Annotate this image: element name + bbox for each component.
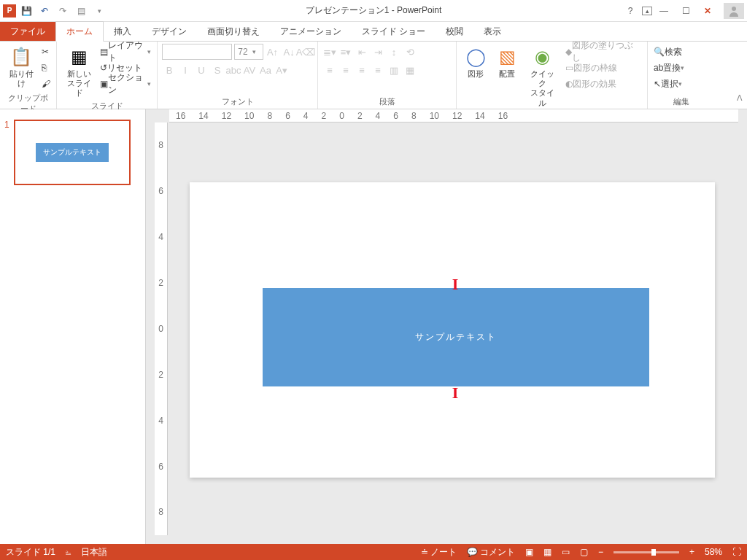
sorter-view-icon[interactable]: ▦ xyxy=(543,547,551,557)
shape-text: サンプルテキスト xyxy=(415,331,497,343)
slide-edit-area[interactable]: 1614121086420246810121416 864202468 I サン… xyxy=(146,109,747,544)
undo-icon[interactable]: ↶ xyxy=(36,3,53,19)
copy-icon: ⎘ xyxy=(42,63,47,73)
strike-button[interactable]: abc xyxy=(226,62,241,78)
font-name-input[interactable] xyxy=(162,44,232,60)
reading-view-icon[interactable]: ▭ xyxy=(562,547,570,557)
shape-outline-button[interactable]: ▭ 図形の枠線 xyxy=(564,60,643,76)
increase-indent-button[interactable]: ⇥ xyxy=(371,44,385,60)
replace-button[interactable]: ab 置換 ▾ xyxy=(652,60,711,76)
shadow-button[interactable]: S xyxy=(210,62,225,78)
save-icon[interactable]: 💾 xyxy=(18,3,34,19)
select-icon: ↖ xyxy=(654,79,661,89)
decrease-font-icon[interactable]: A↓ xyxy=(282,44,296,60)
tab-design[interactable]: デザイン xyxy=(142,22,197,41)
new-slide-button[interactable]: ▦ 新しい スライド xyxy=(61,44,96,100)
group-clipboard: 📋 貼り付け ✂ ⎘ 🖌 クリップボード xyxy=(0,42,57,109)
window-controls: ? ▴ — ☐ ✕ xyxy=(620,3,744,19)
tab-insert[interactable]: 挿入 xyxy=(104,22,142,41)
copy-button[interactable]: ⎘ xyxy=(40,60,52,76)
clear-format-icon[interactable]: A⌫ xyxy=(298,44,313,60)
columns-button[interactable]: ▥ xyxy=(387,62,401,78)
thumbnail-item[interactable]: 1 サンプルテキスト xyxy=(4,120,141,185)
convert-smartart-button[interactable]: ▦ xyxy=(403,62,417,78)
italic-button[interactable]: I xyxy=(178,62,193,78)
shapes-icon: ◯ xyxy=(464,45,487,69)
numbering-button[interactable]: ≡▾ xyxy=(338,44,353,60)
zoom-level[interactable]: 58% xyxy=(705,547,722,557)
bullets-button[interactable]: ≣▾ xyxy=(322,44,337,60)
font-size-input[interactable]: 72▾ xyxy=(234,44,263,60)
tab-file[interactable]: ファイル xyxy=(0,22,55,41)
language-indicator[interactable]: 日本語 xyxy=(81,546,107,559)
anchor-top-icon: I xyxy=(452,275,460,294)
cut-button[interactable]: ✂ xyxy=(40,44,52,60)
line-spacing-button[interactable]: ↕ xyxy=(387,44,401,60)
slideshow-view-icon[interactable]: ▢ xyxy=(580,547,588,557)
format-painter-button[interactable]: 🖌 xyxy=(40,76,52,92)
align-left-button[interactable]: ≡ xyxy=(322,62,337,78)
account-avatar[interactable] xyxy=(724,3,744,19)
tab-home[interactable]: ホーム xyxy=(55,21,104,42)
spacing-button[interactable]: AV xyxy=(242,62,257,78)
select-button[interactable]: ↖ 選択 ▾ xyxy=(652,76,711,92)
textbox-shape[interactable]: I サンプルテキスト I xyxy=(263,288,649,386)
justify-button[interactable]: ≡ xyxy=(371,62,385,78)
help-icon[interactable]: ? xyxy=(620,3,640,19)
maximize-icon[interactable]: ☐ xyxy=(676,3,696,19)
group-label: フォント xyxy=(162,96,313,108)
bold-button[interactable]: B xyxy=(162,62,177,78)
decrease-indent-button[interactable]: ⇤ xyxy=(355,44,369,60)
normal-view-icon[interactable]: ▣ xyxy=(525,547,533,557)
tab-view[interactable]: 表示 xyxy=(473,22,511,41)
start-from-beginning-icon[interactable]: ▤ xyxy=(73,3,89,19)
font-color-button[interactable]: A▾ xyxy=(274,62,289,78)
slide-canvas[interactable]: I サンプルテキスト I xyxy=(190,182,715,478)
close-icon[interactable]: ✕ xyxy=(697,3,718,19)
notes-button[interactable]: ≐ ノート xyxy=(421,546,457,559)
increase-font-icon[interactable]: A↑ xyxy=(266,44,280,60)
brush-icon: 🖌 xyxy=(42,79,50,89)
app-icon: P xyxy=(3,4,16,18)
tab-transitions[interactable]: 画面切り替え xyxy=(197,22,270,41)
section-button[interactable]: ▣ セクション ▾ xyxy=(98,76,152,92)
zoom-in-button[interactable]: + xyxy=(689,547,694,557)
group-label: 編集 xyxy=(652,96,711,108)
ribbon-tabs: ファイル ホーム 挿入 デザイン 画面切り替え アニメーション スライド ショー… xyxy=(0,22,747,42)
arrange-button[interactable]: ▧配置 xyxy=(492,44,522,109)
layout-button[interactable]: ▤ レイアウト ▾ xyxy=(98,44,152,60)
align-center-button[interactable]: ≡ xyxy=(338,62,353,78)
zoom-out-button[interactable]: − xyxy=(598,547,603,557)
zoom-slider[interactable] xyxy=(614,551,679,553)
underline-button[interactable]: U xyxy=(194,62,209,78)
shape-fill-button[interactable]: ◆ 図形の塗りつぶし xyxy=(564,44,643,60)
spellcheck-icon[interactable]: ⎁ xyxy=(66,547,71,557)
fit-to-window-icon[interactable]: ⛶ xyxy=(732,547,741,557)
thumbnail-preview[interactable]: サンプルテキスト xyxy=(14,120,131,185)
comments-button[interactable]: 💬 コメント xyxy=(467,546,515,559)
slide-counter[interactable]: スライド 1/1 xyxy=(6,546,55,559)
paste-button[interactable]: 📋 貼り付け xyxy=(4,44,38,92)
slide-thumbnails-panel[interactable]: 1 サンプルテキスト xyxy=(0,109,146,544)
tab-review[interactable]: 校閲 xyxy=(436,22,473,41)
case-button[interactable]: Aa xyxy=(258,62,273,78)
horizontal-ruler[interactable]: 1614121086420246810121416 xyxy=(169,109,738,122)
collapse-ribbon-icon[interactable]: ᐱ xyxy=(737,93,743,103)
qat-customize-icon[interactable]: ▾ xyxy=(91,3,107,19)
shape-effects-button[interactable]: ◐ 図形の効果 xyxy=(564,76,643,92)
redo-icon[interactable]: ↷ xyxy=(55,3,71,19)
tab-animations[interactable]: アニメーション xyxy=(270,22,352,41)
shapes-button[interactable]: ◯図形 xyxy=(461,44,490,109)
cut-icon: ✂ xyxy=(42,47,49,57)
ribbon-display-icon[interactable]: ▴ xyxy=(642,7,652,15)
tab-slideshow[interactable]: スライド ショー xyxy=(352,22,436,41)
layout-icon: ▤ xyxy=(100,47,108,57)
quick-styles-button[interactable]: ◉クイック スタイル xyxy=(524,44,562,109)
align-right-button[interactable]: ≡ xyxy=(355,62,369,78)
text-direction-button[interactable]: ⟲ xyxy=(403,44,417,60)
vertical-ruler[interactable]: 864202468 xyxy=(155,122,168,535)
minimize-icon[interactable]: — xyxy=(654,3,674,19)
section-icon: ▣ xyxy=(100,79,108,89)
find-button[interactable]: 🔍 検索 xyxy=(652,44,711,60)
group-paragraph: ≣▾ ≡▾ ⇤ ⇥ ↕ ⟲ ≡ ≡ ≡ ≡ ▥ ▦ 段落 xyxy=(318,42,457,109)
